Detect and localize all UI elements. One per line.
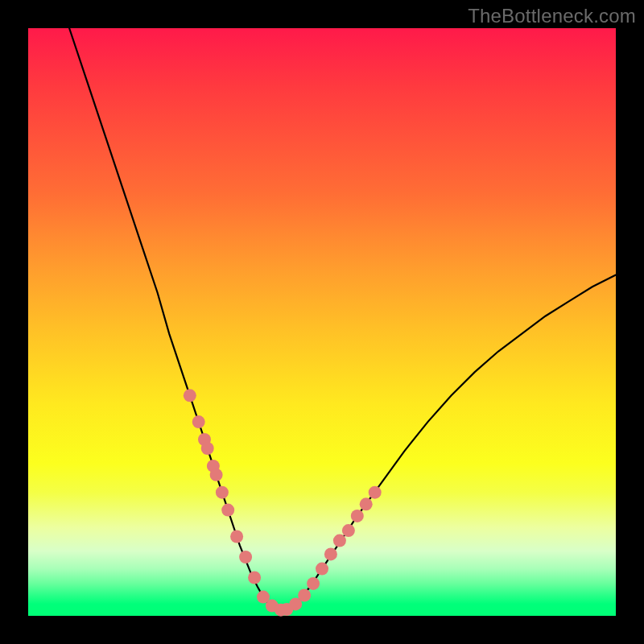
highlighted-dots-group [184, 389, 382, 616]
watermark-text: TheBottleneck.com [468, 5, 636, 27]
chart-frame: TheBottleneck.com [0, 0, 644, 644]
highlighted-dot [239, 551, 252, 564]
highlighted-dot [248, 572, 261, 584]
chart-overlay [28, 28, 616, 616]
highlighted-dot [230, 530, 243, 543]
highlighted-dot [360, 497, 373, 510]
highlighted-dot [216, 486, 229, 499]
highlighted-dot [298, 589, 311, 602]
highlighted-dot [342, 524, 355, 537]
highlighted-dot [351, 510, 364, 522]
highlighted-dot [210, 469, 223, 481]
highlighted-dot [369, 486, 382, 499]
highlighted-dot [201, 442, 214, 455]
highlighted-dot [316, 563, 328, 576]
curve-line [69, 28, 616, 610]
highlighted-dot [184, 389, 196, 402]
highlighted-dot [324, 547, 337, 560]
highlighted-dot [221, 504, 234, 517]
highlighted-dot [192, 415, 205, 428]
highlighted-dot [307, 577, 320, 590]
highlighted-dot [333, 535, 346, 547]
